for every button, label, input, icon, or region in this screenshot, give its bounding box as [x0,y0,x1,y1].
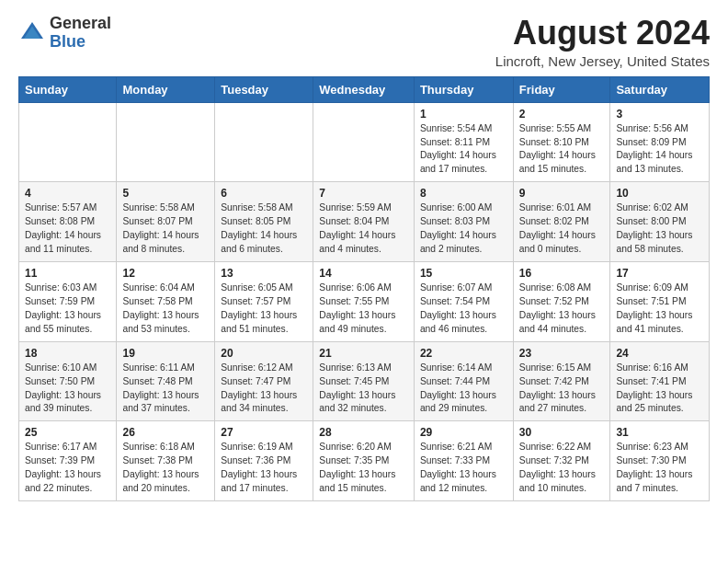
calendar-cell: 17Sunrise: 6:09 AM Sunset: 7:51 PM Dayli… [610,261,710,341]
calendar-header: SundayMondayTuesdayWednesdayThursdayFrid… [19,76,710,102]
subtitle: Lincroft, New Jersey, United States [495,53,710,69]
header-day-wednesday: Wednesday [313,76,415,102]
day-content: Sunrise: 6:00 AM Sunset: 8:03 PM Dayligh… [420,201,507,257]
calendar-cell [313,102,415,182]
day-number: 13 [221,267,307,280]
calendar-table: SundayMondayTuesdayWednesdayThursdayFrid… [18,76,710,501]
day-content: Sunrise: 5:54 AM Sunset: 8:11 PM Dayligh… [420,122,507,178]
logo-icon [18,19,46,47]
day-content: Sunrise: 6:17 AM Sunset: 7:39 PM Dayligh… [25,441,110,496]
header-day-tuesday: Tuesday [215,76,313,102]
day-content: Sunrise: 6:19 AM Sunset: 7:36 PM Dayligh… [221,441,307,496]
calendar-cell: 1Sunrise: 5:54 AM Sunset: 8:11 PM Daylig… [414,102,513,182]
main-title: August 2024 [495,15,710,52]
calendar-cell: 30Sunrise: 6:22 AM Sunset: 7:32 PM Dayli… [513,421,610,501]
day-number: 23 [519,347,605,360]
day-content: Sunrise: 6:16 AM Sunset: 7:41 PM Dayligh… [616,362,703,417]
day-content: Sunrise: 6:01 AM Sunset: 8:02 PM Dayligh… [519,201,605,257]
day-number: 14 [319,267,408,280]
header: General Blue August 2024 Lincroft, New J… [18,15,710,69]
day-number: 27 [221,426,307,439]
calendar-cell [117,102,215,182]
day-content: Sunrise: 6:15 AM Sunset: 7:42 PM Dayligh… [519,362,605,417]
day-content: Sunrise: 5:58 AM Sunset: 8:05 PM Dayligh… [221,201,307,257]
day-content: Sunrise: 6:08 AM Sunset: 7:52 PM Dayligh… [519,282,605,337]
calendar-cell: 27Sunrise: 6:19 AM Sunset: 7:36 PM Dayli… [215,421,313,501]
calendar-cell: 25Sunrise: 6:17 AM Sunset: 7:39 PM Dayli… [19,421,117,501]
calendar-cell: 13Sunrise: 6:05 AM Sunset: 7:57 PM Dayli… [215,261,313,341]
day-number: 8 [420,187,507,200]
calendar-cell: 26Sunrise: 6:18 AM Sunset: 7:38 PM Dayli… [117,421,215,501]
header-day-monday: Monday [117,76,215,102]
calendar-cell: 5Sunrise: 5:58 AM Sunset: 8:07 PM Daylig… [117,182,215,262]
week-row-2: 4Sunrise: 5:57 AM Sunset: 8:08 PM Daylig… [19,182,710,262]
day-number: 5 [122,187,209,200]
header-day-thursday: Thursday [414,76,513,102]
calendar-cell [215,102,313,182]
day-number: 18 [25,347,110,360]
day-number: 24 [616,347,703,360]
day-content: Sunrise: 6:05 AM Sunset: 7:57 PM Dayligh… [221,282,307,337]
day-number: 17 [616,267,703,280]
day-number: 7 [319,187,408,200]
calendar-cell: 16Sunrise: 6:08 AM Sunset: 7:52 PM Dayli… [513,261,610,341]
calendar-cell: 24Sunrise: 6:16 AM Sunset: 7:41 PM Dayli… [610,341,710,421]
calendar-cell: 22Sunrise: 6:14 AM Sunset: 7:44 PM Dayli… [414,341,513,421]
day-number: 31 [616,426,703,439]
day-number: 25 [25,426,110,439]
calendar-cell: 15Sunrise: 6:07 AM Sunset: 7:54 PM Dayli… [414,261,513,341]
logo-blue: Blue [50,32,85,51]
day-number: 21 [319,347,408,360]
day-content: Sunrise: 6:21 AM Sunset: 7:33 PM Dayligh… [420,441,507,496]
day-number: 19 [122,347,209,360]
day-content: Sunrise: 5:55 AM Sunset: 8:10 PM Dayligh… [519,122,605,178]
day-number: 28 [319,426,408,439]
calendar-cell: 11Sunrise: 6:03 AM Sunset: 7:59 PM Dayli… [19,261,117,341]
day-number: 22 [420,347,507,360]
day-number: 30 [519,426,605,439]
day-number: 9 [519,187,605,200]
week-row-1: 1Sunrise: 5:54 AM Sunset: 8:11 PM Daylig… [19,102,710,182]
week-row-3: 11Sunrise: 6:03 AM Sunset: 7:59 PM Dayli… [19,261,710,341]
day-content: Sunrise: 6:22 AM Sunset: 7:32 PM Dayligh… [519,441,605,496]
header-day-sunday: Sunday [19,76,117,102]
calendar-cell: 12Sunrise: 6:04 AM Sunset: 7:58 PM Dayli… [117,261,215,341]
day-content: Sunrise: 6:20 AM Sunset: 7:35 PM Dayligh… [319,441,408,496]
day-content: Sunrise: 6:03 AM Sunset: 7:59 PM Dayligh… [25,282,110,337]
day-content: Sunrise: 5:59 AM Sunset: 8:04 PM Dayligh… [319,201,408,257]
day-number: 29 [420,426,507,439]
calendar-cell: 8Sunrise: 6:00 AM Sunset: 8:03 PM Daylig… [414,182,513,262]
calendar-cell: 10Sunrise: 6:02 AM Sunset: 8:00 PM Dayli… [610,182,710,262]
day-number: 20 [221,347,307,360]
calendar-cell: 31Sunrise: 6:23 AM Sunset: 7:30 PM Dayli… [610,421,710,501]
calendar-cell: 4Sunrise: 5:57 AM Sunset: 8:08 PM Daylig… [19,182,117,262]
calendar-cell: 3Sunrise: 5:56 AM Sunset: 8:09 PM Daylig… [610,102,710,182]
day-content: Sunrise: 6:14 AM Sunset: 7:44 PM Dayligh… [420,362,507,417]
day-number: 26 [122,426,209,439]
day-content: Sunrise: 5:56 AM Sunset: 8:09 PM Dayligh… [616,122,703,178]
calendar-cell: 7Sunrise: 5:59 AM Sunset: 8:04 PM Daylig… [313,182,415,262]
calendar-cell: 28Sunrise: 6:20 AM Sunset: 7:35 PM Dayli… [313,421,415,501]
day-number: 16 [519,267,605,280]
day-number: 2 [519,108,605,121]
day-content: Sunrise: 6:06 AM Sunset: 7:55 PM Dayligh… [319,282,408,337]
day-content: Sunrise: 6:10 AM Sunset: 7:50 PM Dayligh… [25,362,110,417]
calendar-cell: 21Sunrise: 6:13 AM Sunset: 7:45 PM Dayli… [313,341,415,421]
calendar-cell: 18Sunrise: 6:10 AM Sunset: 7:50 PM Dayli… [19,341,117,421]
day-number: 15 [420,267,507,280]
day-content: Sunrise: 6:23 AM Sunset: 7:30 PM Dayligh… [616,441,703,496]
day-content: Sunrise: 6:11 AM Sunset: 7:48 PM Dayligh… [122,362,209,417]
logo-general: General [50,14,111,32]
day-number: 6 [221,187,307,200]
header-row: SundayMondayTuesdayWednesdayThursdayFrid… [19,76,710,102]
day-number: 4 [25,187,110,200]
day-number: 3 [616,108,703,121]
day-number: 12 [122,267,209,280]
day-content: Sunrise: 6:09 AM Sunset: 7:51 PM Dayligh… [616,282,703,337]
day-number: 10 [616,187,703,200]
day-content: Sunrise: 6:12 AM Sunset: 7:47 PM Dayligh… [221,362,307,417]
calendar-cell [19,102,117,182]
calendar-cell: 19Sunrise: 6:11 AM Sunset: 7:48 PM Dayli… [117,341,215,421]
calendar-cell: 6Sunrise: 5:58 AM Sunset: 8:05 PM Daylig… [215,182,313,262]
day-content: Sunrise: 6:18 AM Sunset: 7:38 PM Dayligh… [122,441,209,496]
